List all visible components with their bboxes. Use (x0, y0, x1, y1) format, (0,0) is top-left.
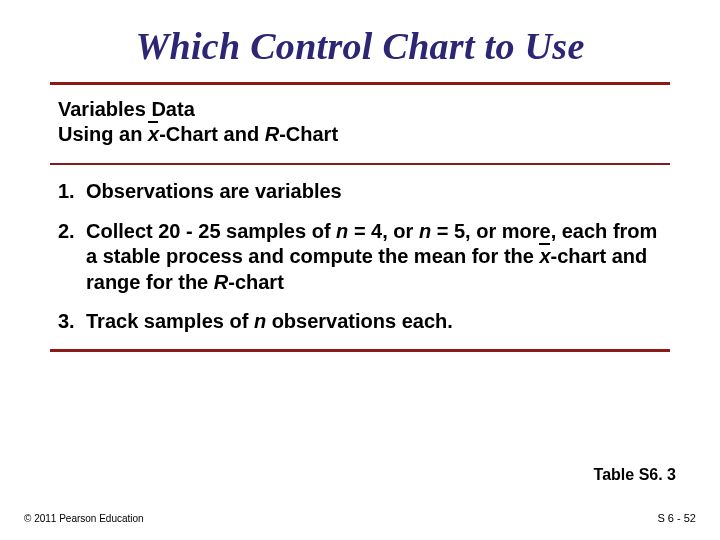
text-segment: observations each. (266, 310, 453, 332)
table-reference: Table S6. 3 (594, 466, 676, 484)
subhead-pre: Using an (58, 123, 148, 145)
text-segment: -chart (228, 271, 284, 293)
subhead-mid: -Chart and (159, 123, 265, 145)
item-number: 1. (58, 179, 86, 205)
item-number: 2. (58, 219, 86, 296)
n-symbol: n (336, 220, 348, 242)
n-symbol: n (254, 310, 266, 332)
item-number: 3. (58, 309, 86, 335)
divider-mid (50, 163, 670, 165)
n-symbol: n (419, 220, 431, 242)
slide-title: Which Control Chart to Use (44, 24, 676, 68)
footer-copyright: © 2011 Pearson Education (24, 513, 144, 524)
x-bar-symbol: x (148, 123, 159, 145)
subheading: Variables Data Using an x-Chart and R-Ch… (44, 95, 676, 155)
numbered-list: 1. Observations are variables 2. Collect… (44, 179, 676, 335)
subhead-line2: Using an x-Chart and R-Chart (58, 122, 662, 147)
divider-bottom (50, 349, 670, 352)
text-segment: = 4, or (348, 220, 419, 242)
slide: Which Control Chart to Use Variables Dat… (0, 0, 720, 540)
r-symbol: R (214, 271, 228, 293)
x-bar-symbol: x (539, 245, 550, 267)
text-segment: Collect 20 - 25 samples of (86, 220, 336, 242)
list-item: 1. Observations are variables (58, 179, 662, 205)
list-item: 2. Collect 20 - 25 samples of n = 4, or … (58, 219, 662, 296)
list-item: 3. Track samples of n observations each. (58, 309, 662, 335)
item-text: Track samples of n observations each. (86, 309, 662, 335)
text-segment: Track samples of (86, 310, 254, 332)
item-text: Collect 20 - 25 samples of n = 4, or n =… (86, 219, 662, 296)
subhead-post: -Chart (279, 123, 338, 145)
r-symbol: R (265, 123, 279, 145)
subhead-line1: Variables Data (58, 97, 662, 122)
item-text: Observations are variables (86, 179, 662, 205)
divider-top (50, 82, 670, 85)
footer-page-number: S 6 - 52 (657, 512, 696, 524)
